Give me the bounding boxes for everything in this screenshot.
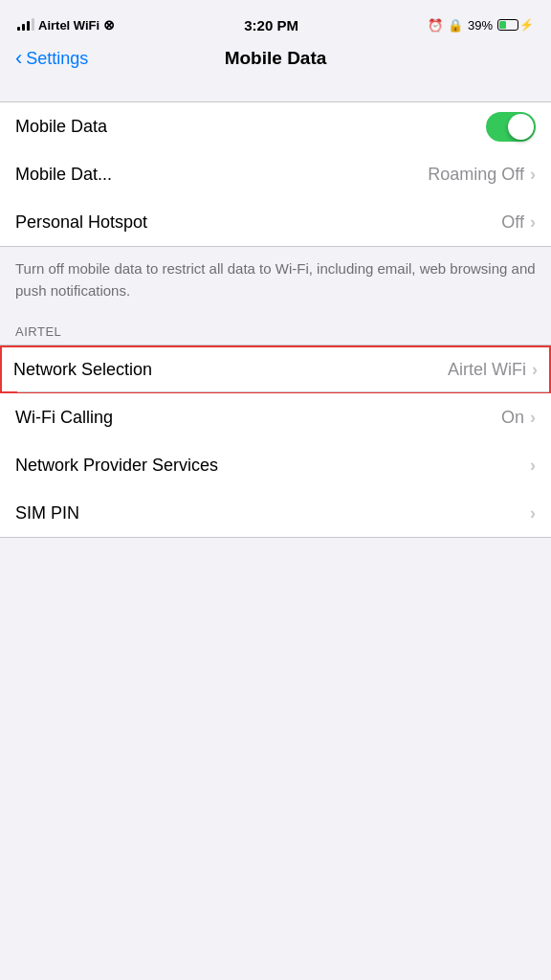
page-title: Mobile Data [225, 48, 327, 69]
chevron-icon: › [530, 408, 536, 428]
network-provider-services-row[interactable]: Network Provider Services › [0, 441, 551, 489]
mobile-data-description: Turn off mobile data to restrict all dat… [0, 247, 551, 317]
network-selection-value: Airtel WiFi [448, 360, 526, 380]
signal-bars-icon [17, 19, 34, 31]
wifi-icon: ⊗ [103, 17, 115, 33]
wifi-calling-label: Wi-Fi Calling [15, 408, 113, 428]
hotspot-value: Off [501, 212, 524, 233]
sim-pin-row[interactable]: SIM PIN › [0, 489, 551, 537]
status-time: 3:20 PM [244, 17, 298, 33]
lock-icon: 🔒 [448, 18, 463, 33]
top-spacer [0, 82, 551, 101]
airtel-section-label: AIRTEL [0, 317, 551, 345]
back-button[interactable]: ‹ Settings [15, 46, 88, 71]
main-settings-group: Mobile Data Mobile Dat... Roaming Off › … [0, 101, 551, 247]
back-chevron-icon: ‹ [15, 46, 22, 71]
mobile-data-roaming-label: Mobile Dat... [15, 165, 112, 185]
charging-icon: ⚡ [519, 18, 534, 32]
status-bar: Airtel WiFi ⊗ 3:20 PM ⏰ 🔒 39% ⚡ [0, 0, 551, 42]
alarm-icon: ⏰ [428, 18, 443, 33]
network-provider-services-label: Network Provider Services [15, 456, 218, 476]
network-selection-value-group: Airtel WiFi › [448, 360, 538, 380]
toggle-knob [508, 114, 534, 140]
personal-hotspot-label: Personal Hotspot [15, 212, 147, 233]
wifi-calling-value: On [501, 408, 524, 428]
chevron-icon: › [530, 456, 536, 476]
mobile-data-label: Mobile Data [15, 117, 107, 137]
status-right: ⏰ 🔒 39% ⚡ [428, 18, 534, 33]
sim-pin-label: SIM PIN [15, 503, 79, 523]
mobile-data-roaming-row[interactable]: Mobile Dat... Roaming Off › [0, 150, 551, 198]
roaming-value: Roaming Off [428, 165, 524, 185]
nps-value-group: › [530, 456, 536, 476]
back-label: Settings [26, 49, 88, 69]
battery-percent: 39% [468, 18, 493, 33]
chevron-icon: › [530, 165, 536, 185]
status-left: Airtel WiFi ⊗ [17, 17, 115, 33]
navigation-bar: ‹ Settings Mobile Data [0, 42, 551, 82]
mobile-data-row[interactable]: Mobile Data [0, 102, 551, 150]
battery-icon: ⚡ [497, 18, 534, 32]
airtel-settings-group: Network Selection Airtel WiFi › Wi-Fi Ca… [0, 345, 551, 538]
sim-pin-value-group: › [530, 503, 536, 523]
network-selection-row[interactable]: Network Selection Airtel WiFi › [0, 345, 551, 393]
chevron-icon: › [532, 360, 538, 380]
carrier-label: Airtel WiFi [38, 18, 99, 33]
chevron-icon: › [530, 503, 536, 523]
personal-hotspot-row[interactable]: Personal Hotspot Off › [0, 198, 551, 246]
wifi-calling-value-group: On › [501, 408, 536, 428]
hotspot-value-group: Off › [501, 212, 536, 233]
network-selection-label: Network Selection [13, 360, 152, 380]
mobile-data-toggle[interactable] [486, 112, 536, 142]
roaming-value-group: Roaming Off › [428, 165, 536, 185]
wifi-calling-row[interactable]: Wi-Fi Calling On › [0, 393, 551, 441]
chevron-icon: › [530, 212, 536, 233]
